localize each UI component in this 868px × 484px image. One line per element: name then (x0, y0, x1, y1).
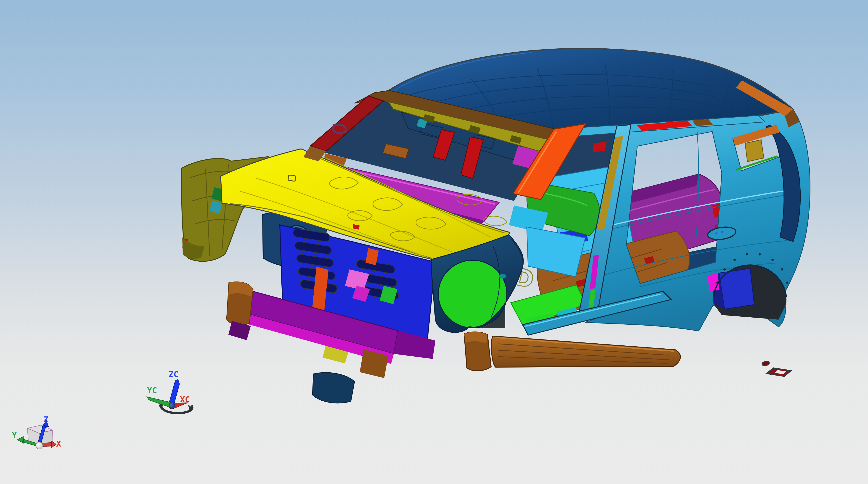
floating-gasket-part[interactable] (762, 360, 791, 376)
view-x-label[interactable]: X (56, 439, 61, 448)
wcs-y-axis-arrow[interactable] (147, 397, 171, 408)
gasket-blob[interactable] (762, 360, 770, 366)
wcs-z-label[interactable]: ZC (168, 369, 178, 379)
fender-small-hole (499, 274, 506, 279)
quarter-window-bracket-olive[interactable] (745, 140, 764, 162)
view-y-label[interactable]: Y (12, 430, 17, 440)
wcs-x-label[interactable]: XC (180, 395, 190, 404)
cad-scene-canvas[interactable]: FORD (0, 0, 868, 484)
view-z-label[interactable]: Z (43, 415, 49, 424)
bumper-bracket-navy[interactable] (312, 373, 354, 403)
view-triad[interactable]: Z Y X (12, 415, 61, 449)
wcs-triad[interactable]: ZC YC XC (147, 369, 193, 413)
view-origin-ball[interactable] (36, 442, 43, 449)
cad-viewport[interactable]: FORD (0, 0, 868, 484)
wcs-y-label[interactable]: YC (147, 386, 157, 395)
